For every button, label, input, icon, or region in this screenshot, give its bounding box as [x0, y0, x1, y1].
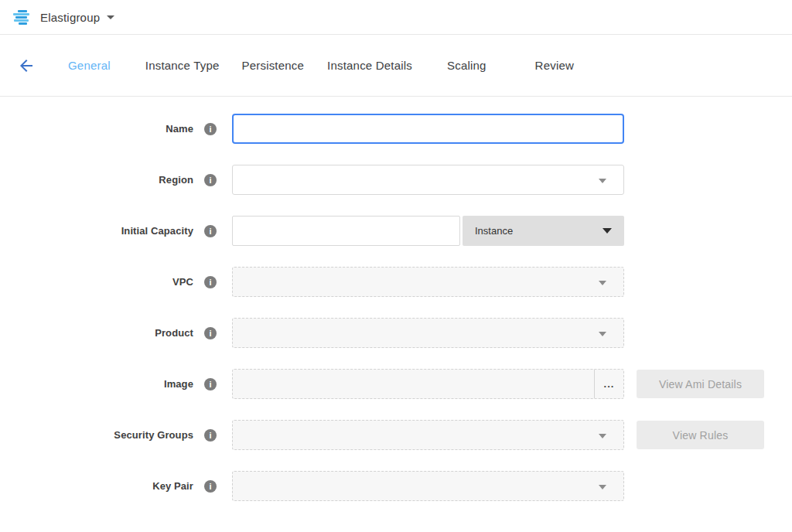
elastigroup-product-switcher[interactable]: Elastigroup [12, 10, 114, 25]
view-ami-details-button[interactable]: View Ami Details [637, 370, 764, 398]
image-browse-button[interactable]: ... [594, 370, 623, 398]
name-label: Name [0, 123, 193, 135]
security-groups-label: Security Groups [0, 429, 193, 441]
arrow-left-icon [17, 56, 36, 75]
initial-capacity-input[interactable] [232, 216, 460, 246]
view-rules-button[interactable]: View Rules [637, 421, 764, 449]
form-row-name: Name i [0, 114, 792, 144]
initial-capacity-info-icon[interactable]: i [204, 225, 217, 237]
vpc-select[interactable] [232, 267, 624, 297]
security-groups-select[interactable] [232, 420, 624, 450]
capacity-unit-select[interactable]: Instance [463, 216, 624, 246]
chevron-down-icon [599, 434, 606, 438]
name-control [232, 114, 624, 144]
image-info-icon[interactable]: i [204, 378, 217, 390]
region-select[interactable] [232, 165, 624, 195]
product-select[interactable] [232, 318, 624, 348]
top-bar: Elastigroup [0, 0, 792, 35]
key-pair-label: Key Pair [0, 480, 193, 492]
tab-review[interactable]: Review [535, 59, 574, 72]
chevron-down-icon [107, 15, 114, 19]
wizard-tab-bar: General Instance Type Persistence Instan… [0, 35, 792, 97]
form-row-security-groups: Security Groups i View Rules [0, 420, 792, 450]
form-row-image: Image i ... View Ami Details [0, 369, 792, 399]
form-row-initial-capacity: Initial Capacity i Instance [0, 216, 792, 246]
security-groups-info-icon[interactable]: i [204, 429, 217, 442]
form-row-region: Region i [0, 165, 792, 195]
image-label: Image [0, 378, 193, 390]
tab-instance-type[interactable]: Instance Type [145, 59, 220, 72]
wizard-tabs: General Instance Type Persistence Instan… [68, 59, 574, 72]
back-button[interactable] [17, 56, 36, 75]
capacity-unit-value: Instance [475, 225, 513, 237]
form-row-product: Product i [0, 318, 792, 348]
vpc-info-icon[interactable]: i [204, 276, 217, 288]
image-input[interactable]: ... [232, 369, 624, 399]
form-row-key-pair: Key Pair i [0, 471, 792, 501]
chevron-down-icon [599, 485, 606, 489]
tab-instance-details[interactable]: Instance Details [327, 59, 412, 72]
product-label: Product [0, 327, 193, 339]
initial-capacity-control: Instance [232, 216, 624, 246]
app-title: Elastigroup [40, 11, 100, 24]
chevron-down-icon [603, 228, 612, 234]
form-row-vpc: VPC i [0, 267, 792, 297]
elastigroup-logo-icon [12, 10, 32, 25]
region-label: Region [0, 174, 193, 186]
name-input[interactable] [232, 114, 624, 144]
tab-general[interactable]: General [68, 59, 111, 72]
chevron-down-icon [599, 179, 606, 183]
product-info-icon[interactable]: i [204, 327, 217, 339]
initial-capacity-label: Initial Capacity [0, 225, 193, 237]
name-info-icon[interactable]: i [204, 123, 217, 135]
chevron-down-icon [599, 332, 606, 336]
tab-scaling[interactable]: Scaling [447, 59, 486, 72]
key-pair-select[interactable] [232, 471, 624, 501]
vpc-label: VPC [0, 276, 193, 288]
general-settings-form: Name i Region i Initial Capacity i Insta… [0, 97, 792, 501]
tab-persistence[interactable]: Persistence [242, 59, 305, 72]
region-info-icon[interactable]: i [204, 174, 217, 186]
chevron-down-icon [599, 281, 606, 285]
key-pair-info-icon[interactable]: i [204, 480, 217, 493]
